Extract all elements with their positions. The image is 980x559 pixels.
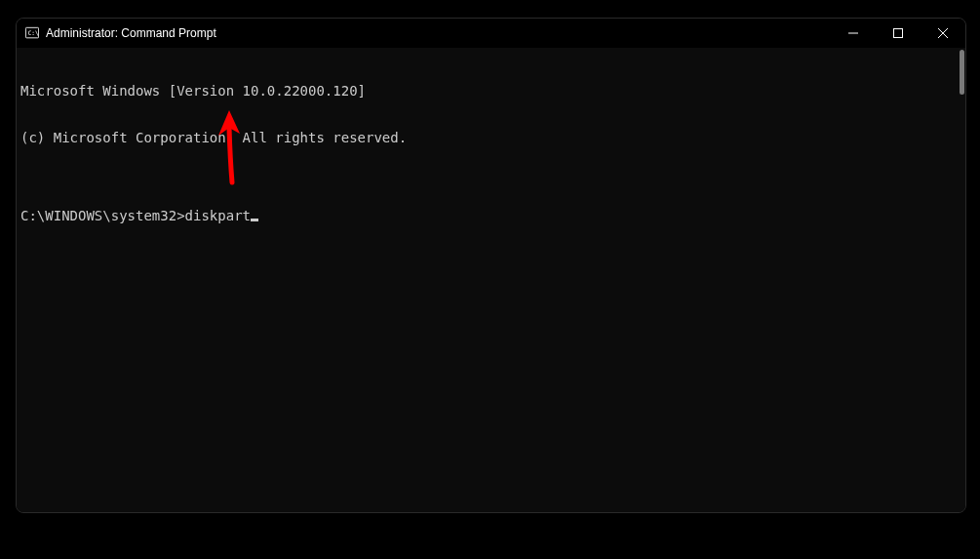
prompt-path: C:\WINDOWS\system32> — [20, 208, 185, 223]
svg-rect-3 — [894, 29, 903, 38]
command-prompt-window: C:\ Administrator: Command Prompt Micros… — [16, 18, 966, 513]
terminal-output[interactable]: Microsoft Windows [Version 10.0.22000.12… — [17, 48, 965, 512]
typed-command: diskpart — [185, 208, 251, 223]
cmd-icon: C:\ — [24, 25, 40, 41]
window-controls — [831, 19, 965, 48]
window-title: Administrator: Command Prompt — [46, 26, 216, 40]
maximize-button[interactable] — [876, 19, 921, 48]
output-line: (c) Microsoft Corporation. All rights re… — [20, 130, 961, 145]
minimize-button[interactable] — [831, 19, 876, 48]
svg-text:C:\: C:\ — [28, 29, 39, 36]
scrollbar-thumb[interactable] — [960, 50, 964, 95]
titlebar-left: C:\ Administrator: Command Prompt — [17, 25, 831, 41]
close-button[interactable] — [921, 19, 965, 48]
text-cursor — [251, 219, 258, 221]
prompt-line: C:\WINDOWS\system32>diskpart — [20, 208, 961, 223]
titlebar[interactable]: C:\ Administrator: Command Prompt — [17, 19, 965, 48]
output-line: Microsoft Windows [Version 10.0.22000.12… — [20, 83, 961, 99]
